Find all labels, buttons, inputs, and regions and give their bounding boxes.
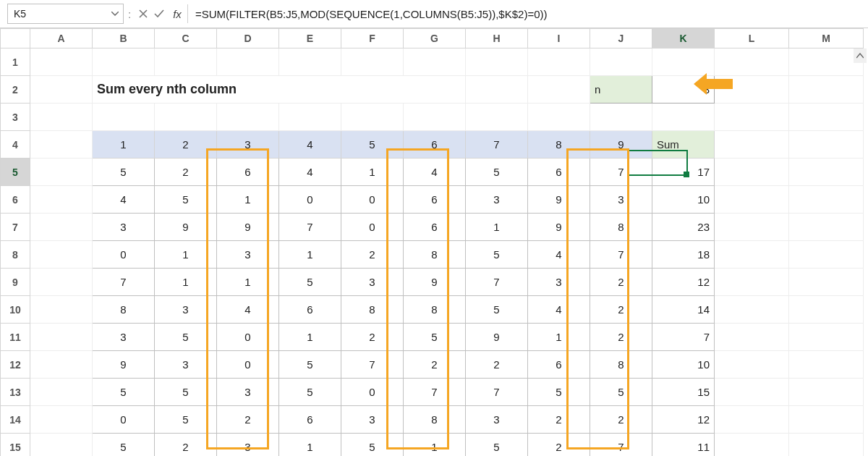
data-cell[interactable]: 8 <box>590 214 652 241</box>
empty-cell[interactable] <box>30 241 93 269</box>
empty-cell[interactable] <box>30 434 93 457</box>
data-cell[interactable]: 5 <box>155 379 217 406</box>
sum-cell[interactable]: 7 <box>652 324 715 351</box>
row-header-9[interactable]: 9 <box>1 269 30 296</box>
data-cell[interactable]: 3 <box>93 214 155 241</box>
empty-cell[interactable] <box>789 214 864 241</box>
empty-cell[interactable] <box>466 76 528 104</box>
empty-cell[interactable] <box>715 434 789 457</box>
sum-cell[interactable]: 10 <box>652 186 715 214</box>
col-header-k[interactable]: K <box>652 29 715 48</box>
data-cell[interactable]: 3 <box>341 269 404 296</box>
data-cell[interactable]: 7 <box>590 241 652 269</box>
data-cell[interactable]: 6 <box>217 159 279 186</box>
empty-cell[interactable] <box>30 379 93 406</box>
col-header-d[interactable]: D <box>217 29 279 48</box>
data-cell[interactable]: 7 <box>466 269 528 296</box>
data-cell[interactable]: 5 <box>466 159 528 186</box>
data-cell[interactable]: 3 <box>217 434 279 457</box>
data-cell[interactable]: 6 <box>528 351 590 379</box>
empty-cell[interactable] <box>528 104 590 131</box>
data-cell[interactable]: 9 <box>528 214 590 241</box>
data-cell[interactable]: 5 <box>528 379 590 406</box>
sum-cell[interactable]: 10 <box>652 351 715 379</box>
empty-cell[interactable] <box>789 324 864 351</box>
empty-cell[interactable] <box>715 214 789 241</box>
n-value-cell[interactable]: 3 <box>652 76 715 104</box>
sum-cell[interactable]: 12 <box>652 269 715 296</box>
sum-cell[interactable]: 14 <box>652 296 715 324</box>
data-cell[interactable]: 8 <box>404 296 466 324</box>
data-cell[interactable]: 9 <box>155 214 217 241</box>
data-cell[interactable]: 5 <box>279 379 341 406</box>
data-cell[interactable]: 2 <box>466 351 528 379</box>
data-cell[interactable]: 6 <box>404 186 466 214</box>
data-cell[interactable]: 9 <box>93 351 155 379</box>
data-cell[interactable]: 8 <box>590 351 652 379</box>
empty-cell[interactable] <box>715 269 789 296</box>
empty-cell[interactable] <box>715 159 789 186</box>
empty-cell[interactable] <box>93 104 155 131</box>
row-header-13[interactable]: 13 <box>1 379 30 406</box>
empty-cell[interactable] <box>789 186 864 214</box>
data-cell[interactable]: 5 <box>155 324 217 351</box>
data-cell[interactable]: 5 <box>93 434 155 457</box>
empty-cell[interactable] <box>30 406 93 434</box>
empty-cell[interactable] <box>30 324 93 351</box>
data-cell[interactable]: 5 <box>93 159 155 186</box>
formula-input[interactable]: =SUM(FILTER(B5:J5,MOD(SEQUENCE(1,COLUMNS… <box>187 4 864 23</box>
data-cell[interactable]: 0 <box>279 186 341 214</box>
col-header-m[interactable]: M <box>789 29 864 48</box>
row-header-4[interactable]: 4 <box>1 131 30 159</box>
empty-cell[interactable] <box>715 324 789 351</box>
empty-cell[interactable] <box>789 241 864 269</box>
data-cell[interactable]: 1 <box>279 434 341 457</box>
data-cell[interactable]: 2 <box>528 406 590 434</box>
data-cell[interactable]: 1 <box>528 324 590 351</box>
col-header-f[interactable]: F <box>341 29 404 48</box>
empty-cell[interactable] <box>789 104 864 131</box>
row-header-8[interactable]: 8 <box>1 241 30 269</box>
empty-cell[interactable] <box>466 104 528 131</box>
col-header-a[interactable]: A <box>30 29 93 48</box>
col-header-h[interactable]: H <box>466 29 528 48</box>
data-cell[interactable]: 9 <box>466 324 528 351</box>
data-cell[interactable]: 5 <box>155 406 217 434</box>
data-cell[interactable]: 4 <box>528 296 590 324</box>
data-cell[interactable]: 7 <box>93 269 155 296</box>
empty-cell[interactable] <box>789 269 864 296</box>
data-cell[interactable]: 5 <box>466 434 528 457</box>
empty-cell[interactable] <box>715 379 789 406</box>
empty-cell[interactable] <box>30 159 93 186</box>
col-header-b[interactable]: B <box>93 29 155 48</box>
data-cell[interactable]: 0 <box>93 406 155 434</box>
empty-cell[interactable] <box>30 269 93 296</box>
data-cell[interactable]: 9 <box>404 269 466 296</box>
data-cell[interactable]: 2 <box>217 406 279 434</box>
data-cell[interactable]: 1 <box>279 324 341 351</box>
empty-cell[interactable] <box>93 48 155 76</box>
row-header-2[interactable]: 2 <box>1 76 30 104</box>
data-cell[interactable]: 5 <box>466 296 528 324</box>
empty-cell[interactable] <box>341 104 404 131</box>
col-header-g[interactable]: G <box>404 29 466 48</box>
empty-cell[interactable] <box>715 76 789 104</box>
empty-cell[interactable] <box>155 48 217 76</box>
empty-cell[interactable] <box>528 76 590 104</box>
sum-cell[interactable]: 23 <box>652 214 715 241</box>
sum-cell[interactable]: 11 <box>652 434 715 457</box>
empty-cell[interactable] <box>279 104 341 131</box>
col-header-c[interactable]: C <box>155 29 217 48</box>
row-header-12[interactable]: 12 <box>1 351 30 379</box>
data-cell[interactable]: 0 <box>341 214 404 241</box>
empty-cell[interactable] <box>789 296 864 324</box>
data-cell[interactable]: 7 <box>590 434 652 457</box>
data-cell[interactable]: 0 <box>217 351 279 379</box>
data-cell[interactable]: 5 <box>279 351 341 379</box>
data-cell[interactable]: 2 <box>590 269 652 296</box>
empty-cell[interactable] <box>715 48 789 76</box>
chevron-down-icon[interactable] <box>111 12 119 16</box>
empty-cell[interactable] <box>341 48 404 76</box>
data-cell[interactable]: 3 <box>217 379 279 406</box>
data-cell[interactable]: 1 <box>279 241 341 269</box>
